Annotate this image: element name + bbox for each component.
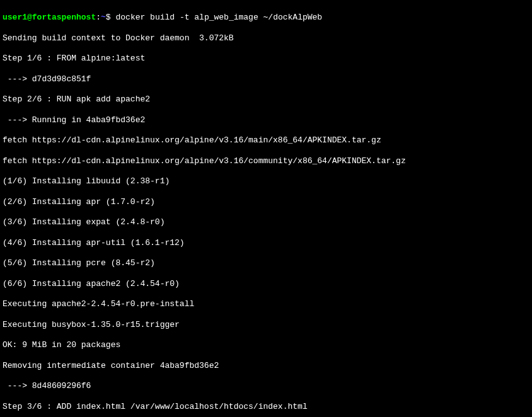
output-line: Sending build context to Docker daemon 3…	[3, 33, 529, 43]
output-line: Step 3/6 : ADD index.html /var/www/local…	[3, 402, 529, 412]
prompt-line-1: user1@fortaspenhost:~$ docker build -t a…	[3, 13, 529, 23]
output-line: (6/6) Installing apache2 (2.4.54-r0)	[3, 279, 529, 289]
output-line: ---> 8d48609296f6	[3, 381, 529, 391]
prompt-sep: :	[96, 13, 101, 22]
prompt-path: ~	[101, 13, 106, 22]
output-line: (5/6) Installing pcre (8.45-r2)	[3, 258, 529, 268]
output-line: Step 2/6 : RUN apk add apache2	[3, 94, 529, 105]
output-line: ---> d7d3d98c851f	[3, 74, 529, 84]
output-line: Executing apache2-2.4.54-r0.pre-install	[3, 299, 529, 309]
prompt-dollar: $	[106, 13, 111, 22]
output-line: Step 1/6 : FROM alpine:latest	[3, 54, 529, 64]
output-line: OK: 9 MiB in 20 packages	[3, 340, 529, 350]
command-build-text: docker build -t alp_web_image ~/dockAlpW…	[115, 13, 322, 22]
output-line: (4/6) Installing apr-util (1.6.1-r12)	[3, 238, 529, 248]
output-line: fetch https://dl-cdn.alpinelinux.org/alp…	[3, 135, 529, 146]
terminal-output[interactable]: user1@fortaspenhost:~$ docker build -t a…	[3, 3, 529, 417]
output-line: (3/6) Installing expat (2.4.8-r0)	[3, 217, 529, 227]
output-line: (2/6) Installing apr (1.7.0-r2)	[3, 197, 529, 207]
output-line: Removing intermediate container 4aba9fbd…	[3, 361, 529, 371]
output-line: Executing busybox-1.35.0-r15.trigger	[3, 320, 529, 330]
output-line: fetch https://dl-cdn.alpinelinux.org/alp…	[3, 156, 529, 166]
prompt-user-host: user1@fortaspenhost	[3, 13, 96, 22]
output-line: ---> Running in 4aba9fbd36e2	[3, 115, 529, 125]
output-line: (1/6) Installing libuuid (2.38-r1)	[3, 176, 529, 186]
